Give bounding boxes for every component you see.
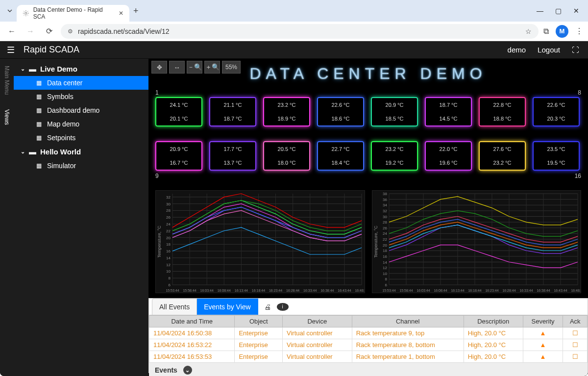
- events-info-icon[interactable]: i: [277, 303, 289, 311]
- side-tab-views[interactable]: Views: [3, 105, 10, 129]
- events-row[interactable]: 11/04/2024 16:53:53EnterpriseVirtual con…: [149, 351, 588, 363]
- events-cell-ack[interactable]: ☐: [563, 339, 588, 351]
- tab-dropdown[interactable]: [3, 8, 17, 14]
- events-col-header[interactable]: Channel: [352, 316, 464, 327]
- header-link-logout[interactable]: Logout: [538, 46, 560, 54]
- fullscreen-icon[interactable]: ⛶: [572, 46, 579, 54]
- events-cell-channel: Rack temperature 1, bottom: [352, 351, 464, 363]
- svg-text:14: 14: [166, 256, 171, 260]
- rack-tile[interactable]: 23.5 °C19.5 °C: [533, 141, 580, 171]
- side-tab-strip: Main Menu Views: [0, 59, 14, 376]
- profile-avatar[interactable]: M: [556, 25, 568, 38]
- events-tab-view[interactable]: Events by View: [197, 299, 258, 315]
- rack-tile[interactable]: 21.1 °C18.7 °C: [209, 97, 256, 126]
- rack-tile[interactable]: 22.6 °C18.6 °C: [317, 97, 364, 126]
- maximize-icon[interactable]: ▢: [555, 7, 562, 15]
- rack-tile[interactable]: 20.5 °C18.0 °C: [263, 141, 310, 171]
- svg-text:28: 28: [383, 220, 387, 225]
- tree-item-label: Simulator: [47, 162, 76, 170]
- rack-temp-bottom: 18.8 °C: [493, 116, 512, 122]
- events-col-header[interactable]: Object: [235, 316, 283, 327]
- site-info-icon[interactable]: ⚙: [68, 28, 73, 35]
- temperature-chart[interactable]: Temperature, °C6810121416182022242628303…: [155, 190, 365, 293]
- item-icon: ▦: [35, 93, 42, 100]
- events-tab-all[interactable]: All Events: [152, 299, 197, 315]
- zoom-level[interactable]: 55%: [222, 61, 241, 74]
- close-tab-icon[interactable]: ✕: [119, 10, 123, 17]
- address-bar[interactable]: ⚙ rapidscada.net/scada/View/12 ☆: [61, 24, 539, 39]
- rack-temp-top: 22.7 °C: [332, 146, 350, 152]
- events-cell-ack[interactable]: ☐: [563, 351, 588, 363]
- minimize-icon[interactable]: —: [537, 7, 543, 15]
- events-col-header[interactable]: Date and Time: [149, 316, 235, 327]
- temperature-chart[interactable]: Temperature, °C6810121416182022242628303…: [372, 190, 581, 293]
- chevron-down-icon[interactable]: ⌄: [183, 366, 192, 375]
- zoom-out-button[interactable]: －🔍: [187, 61, 202, 74]
- svg-text:18: 18: [166, 242, 171, 247]
- events-col-header[interactable]: Description: [464, 316, 523, 327]
- rack-tile[interactable]: 22.8 °C18.8 °C: [479, 97, 526, 126]
- tree-item[interactable]: ▦Map demo: [14, 117, 148, 131]
- extensions-icon[interactable]: ⧉: [543, 27, 549, 36]
- events-cell-description: High, 20.0 °C: [464, 339, 523, 351]
- side-tab-main-menu[interactable]: Main Menu: [3, 62, 10, 99]
- reload-button[interactable]: ⟳: [42, 25, 56, 38]
- tree-item[interactable]: ▦Dashboard demo: [14, 103, 148, 117]
- svg-text:16:13:44: 16:13:44: [235, 289, 248, 292]
- events-col-header[interactable]: Ack: [563, 316, 588, 327]
- tree-group[interactable]: ⌄▬Live Demo: [14, 62, 148, 76]
- rack-tile[interactable]: 22.7 °C18.4 °C: [317, 141, 364, 171]
- rack-tile[interactable]: 27.6 °C23.2 °C: [479, 141, 526, 171]
- bookmark-icon[interactable]: ☆: [525, 27, 532, 35]
- events-cell-datetime: 11/04/2024 16:53:53: [149, 351, 235, 363]
- svg-text:15:53:44: 15:53:44: [166, 289, 179, 292]
- rack-number-label: 8: [578, 89, 581, 96]
- hamburger-icon[interactable]: ☰: [4, 43, 18, 57]
- events-footer[interactable]: Events ⌄: [149, 363, 588, 376]
- folder-icon: ▬: [29, 148, 36, 156]
- charts-row: Temperature, °C6810121416182022242628303…: [148, 188, 588, 298]
- rack-tile[interactable]: 18.7 °C14.5 °C: [425, 97, 472, 126]
- events-col-header[interactable]: Device: [283, 316, 352, 327]
- rack-tile[interactable]: 22.6 °C20.3 °C: [533, 97, 580, 126]
- events-print-icon[interactable]: 🖨: [258, 303, 277, 311]
- rack-tile[interactable]: 24.1 °C20.1 °C: [155, 97, 202, 126]
- rack-tile[interactable]: 23.2 °C18.9 °C: [263, 97, 310, 126]
- svg-text:16:33:44: 16:33:44: [519, 289, 533, 292]
- zoom-in-button[interactable]: ＋🔍: [204, 61, 220, 74]
- tree-item[interactable]: ▦Symbols: [14, 90, 148, 103]
- rack-temp-top: 23.2 °C: [278, 102, 296, 108]
- rack-tile[interactable]: 20.9 °C16.7 °C: [155, 141, 202, 171]
- back-button[interactable]: ←: [5, 25, 19, 38]
- header-link-demo[interactable]: demo: [508, 46, 526, 54]
- rack-tile[interactable]: 20.9 °C18.5 °C: [371, 97, 418, 126]
- svg-text:16:13:44: 16:13:44: [451, 289, 464, 292]
- tree-item[interactable]: ▦Simulator: [14, 159, 148, 173]
- fit-width-button[interactable]: ↔: [169, 61, 185, 74]
- tree-item-label: Map demo: [47, 120, 79, 128]
- warning-icon: ▲: [540, 353, 546, 360]
- rack-tile[interactable]: 17.7 °C13.7 °C: [209, 141, 256, 171]
- events-cell-ack[interactable]: ☐: [563, 327, 588, 339]
- events-col-header[interactable]: Severity: [523, 316, 563, 327]
- svg-text:16:48:44: 16:48:44: [355, 289, 365, 292]
- rack-tile[interactable]: 22.0 °C19.6 °C: [425, 141, 472, 171]
- events-row[interactable]: 11/04/2024 16:53:22EnterpriseVirtual con…: [149, 339, 588, 351]
- warning-icon: ▲: [540, 329, 546, 337]
- svg-text:16:18:44: 16:18:44: [468, 289, 481, 292]
- tree-item[interactable]: ▦Setpoints: [14, 131, 148, 145]
- chevron-down-icon: ⌄: [21, 149, 25, 155]
- rack-tile[interactable]: 23.2 °C19.2 °C: [371, 141, 418, 171]
- gear-icon: [23, 10, 29, 17]
- tree-item[interactable]: ▦Data center: [14, 76, 148, 90]
- app-header: ☰ Rapid SCADA demo Logout ⛶: [0, 41, 588, 59]
- new-tab-button[interactable]: +: [133, 6, 139, 16]
- tree-group[interactable]: ⌄▬Hello World: [14, 145, 148, 159]
- browser-tab[interactable]: Data Center Demo - Rapid SCA ✕: [17, 5, 129, 22]
- rack-row: 1824.1 °C20.1 °C21.1 °C18.7 °C23.2 °C18.…: [155, 97, 581, 126]
- move-tool-button[interactable]: ✥: [151, 61, 167, 74]
- events-row[interactable]: 11/04/2024 16:50:38EnterpriseVirtual con…: [149, 327, 588, 339]
- close-window-icon[interactable]: ✕: [573, 7, 579, 15]
- browser-menu-icon[interactable]: ⋮: [575, 26, 583, 36]
- forward-button[interactable]: →: [24, 25, 37, 38]
